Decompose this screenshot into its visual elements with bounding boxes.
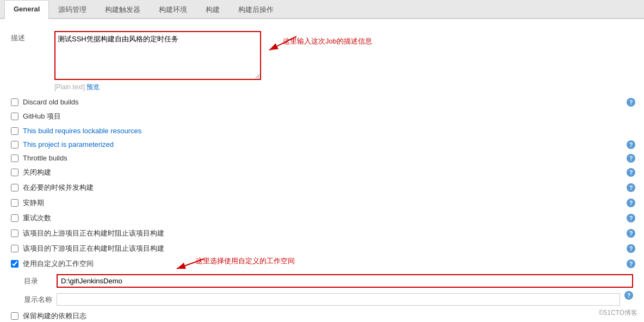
checkbox-custom-workspace: 使用自定义的工作空间 ? [0,256,644,271]
checkbox-parameterized-input[interactable] [11,141,18,148]
help-concurrent[interactable]: ? [627,183,635,192]
description-section: 描述 测试SSH凭据构建自由风格的定时任务 [Plain text] 预览 这里… [0,28,644,95]
directory-input[interactable] [57,274,633,288]
help-display-name[interactable]: ? [624,291,633,300]
checkbox-throttle-label: Throttle builds [23,154,67,162]
checkbox-disable-build: 关闭构建 ? [0,165,644,180]
checkbox-throttle: Throttle builds ? [0,151,644,165]
description-textarea[interactable]: 测试SSH凭据构建自由风格的定时任务 [54,31,261,80]
plain-text-label: [Plain text] [54,83,85,91]
checkbox-concurrent: 在必要的时候并发构建 ? [0,180,644,195]
tab-bar: General 源码管理 构建触发器 构建环境 构建 构建后操作 [0,0,644,19]
checkbox-disable-build-label: 关闭构建 [23,168,51,177]
checkbox-upstream-block-label: 该项目的上游项目正在构建时阻止该项目构建 [23,228,164,238]
description-field: 测试SSH凭据构建自由风格的定时任务 [Plain text] 预览 这里输入这… [54,31,633,92]
directory-row: 目录 [0,271,644,290]
checkbox-upstream-block-input[interactable] [11,230,18,237]
tab-build-env[interactable]: 构建环境 [150,0,196,19]
watermark: ©51CTO博客 [599,308,637,318]
checkbox-quiet-period-input[interactable] [11,199,18,207]
help-discard-old-builds[interactable]: ? [627,98,635,107]
checkbox-lockable: This build requires lockable resources [0,124,644,138]
tab-source[interactable]: 源码管理 [49,0,96,19]
help-downstream-block[interactable]: ? [627,244,635,253]
checkbox-retain-deps-input[interactable] [11,312,18,320]
help-disable-build[interactable]: ? [627,168,635,177]
checkbox-lockable-label: This build requires lockable resources [23,127,141,135]
checkbox-lockable-input[interactable] [11,127,18,135]
checkbox-concurrent-input[interactable] [11,184,18,191]
checkbox-retry-label: 重试次数 [23,213,51,223]
annotation-description: 这里输入这次Job的描述信息 [283,36,372,46]
display-name-row: 显示名称 ? [0,290,644,308]
annotation-workspace: 这里选择使用自定义的工作空间 [196,256,295,266]
help-quiet-period[interactable]: ? [627,199,635,207]
help-parameterized[interactable]: ? [627,140,635,149]
help-upstream-block[interactable]: ? [627,229,635,238]
checkbox-github-input[interactable] [11,113,18,120]
checkbox-downstream-block-input[interactable] [11,245,18,252]
checkbox-github: GitHub 项目 [0,109,644,124]
checkbox-retain-deps: 保留构建的依赖日志 [0,308,644,322]
checkbox-discard-old-builds-input[interactable] [11,98,18,106]
description-label: 描述 [11,31,54,43]
checkbox-discard-old-builds-label: Discard old builds [23,98,79,106]
checkbox-downstream-block: 该项目的下游项目正在构建时阻止该项目构建 ? [0,241,644,256]
checkbox-quiet-period-label: 安静期 [23,198,44,208]
checkbox-concurrent-label: 在必要的时候并发构建 [23,183,94,193]
checkbox-github-label: GitHub 项目 [23,112,61,121]
tabs-container: General 源码管理 构建触发器 构建环境 构建 构建后操作 [0,0,644,19]
checkbox-disable-build-input[interactable] [11,169,18,176]
display-name-input[interactable] [57,293,620,306]
help-custom-workspace[interactable]: ? [627,259,635,268]
directory-label: 目录 [24,276,57,286]
checkbox-custom-workspace-input[interactable] [11,260,18,268]
help-retry[interactable]: ? [627,214,635,222]
tab-build[interactable]: 构建 [196,0,229,19]
checkbox-retain-deps-label: 保留构建的依赖日志 [23,311,86,321]
checkbox-retry: 重试次数 ? [0,210,644,226]
checkbox-quiet-period: 安静期 ? [0,195,644,210]
tab-post-build[interactable]: 构建后操作 [229,0,283,19]
main-content: 描述 测试SSH凭据构建自由风格的定时任务 [Plain text] 预览 这里… [0,19,644,322]
help-throttle[interactable]: ? [627,154,635,163]
checkbox-downstream-block-label: 该项目的下游项目正在构建时阻止该项目构建 [23,244,164,253]
checkbox-upstream-block: 该项目的上游项目正在构建时阻止该项目构建 ? [0,226,644,241]
display-name-label: 显示名称 [24,295,57,305]
checkbox-custom-workspace-label: 使用自定义的工作空间 [23,259,94,269]
checkbox-retry-input[interactable] [11,214,18,222]
checkbox-discard-old-builds: Discard old builds ? [0,95,644,109]
preview-link[interactable]: 预览 [86,83,100,91]
tab-trigger[interactable]: 构建触发器 [96,0,150,19]
tab-general[interactable]: General [4,0,49,19]
checkbox-throttle-input[interactable] [11,154,18,162]
checkbox-parameterized: This project is parameterized ? [0,138,644,151]
checkbox-parameterized-label: This project is parameterized [23,140,114,148]
